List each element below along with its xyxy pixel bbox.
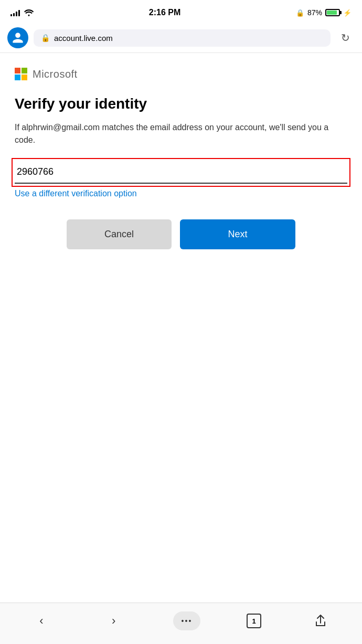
- tab-count-button[interactable]: 1: [247, 614, 261, 628]
- microsoft-brand-name: Microsoft: [33, 68, 78, 80]
- battery-icon: [325, 9, 340, 16]
- different-option-link[interactable]: Use a different verification option: [15, 189, 137, 198]
- ms-square-yellow: [22, 75, 27, 80]
- ms-square-red: [15, 68, 20, 73]
- page-content: Microsoft Verify your identity If alphrw…: [0, 53, 362, 603]
- user-icon: [12, 31, 24, 44]
- lock-status-icon: 🔒: [296, 9, 304, 17]
- page-description: If alphrwin@gmail.com matches the email …: [15, 121, 347, 146]
- charging-icon: ⚡: [343, 9, 352, 17]
- microsoft-logo: Microsoft: [15, 68, 347, 80]
- battery-percent: 87%: [307, 8, 322, 17]
- ms-logo-grid: [15, 68, 27, 80]
- address-bar[interactable]: 🔒 account.live.com: [34, 29, 331, 47]
- more-button[interactable]: •••: [173, 611, 201, 630]
- cancel-button[interactable]: Cancel: [67, 219, 172, 249]
- back-button[interactable]: ‹: [28, 610, 55, 631]
- input-container: [15, 161, 347, 184]
- refresh-button[interactable]: ↻: [336, 28, 355, 47]
- status-right: 🔒 87% ⚡: [296, 8, 352, 17]
- signal-icon: [10, 9, 20, 16]
- share-button[interactable]: [307, 610, 334, 631]
- wifi-icon: [24, 9, 34, 16]
- buttons-row: Cancel Next: [15, 219, 347, 249]
- ms-square-blue: [15, 75, 20, 80]
- ms-square-green: [22, 68, 27, 73]
- share-icon: [315, 615, 326, 627]
- url-text: account.live.com: [54, 34, 323, 43]
- page-title: Verify your identity: [15, 95, 347, 113]
- status-left: [10, 9, 34, 16]
- status-bar: 2:16 PM 🔒 87% ⚡: [0, 0, 362, 23]
- browser-bar: 🔒 account.live.com ↻: [0, 23, 362, 53]
- verification-input[interactable]: [15, 161, 347, 184]
- bottom-nav: ‹ › ••• 1: [0, 603, 362, 644]
- forward-button[interactable]: ›: [101, 610, 127, 631]
- ssl-lock-icon: 🔒: [41, 34, 50, 42]
- status-time: 2:16 PM: [149, 8, 180, 17]
- next-button[interactable]: Next: [180, 219, 295, 249]
- avatar[interactable]: [7, 27, 28, 48]
